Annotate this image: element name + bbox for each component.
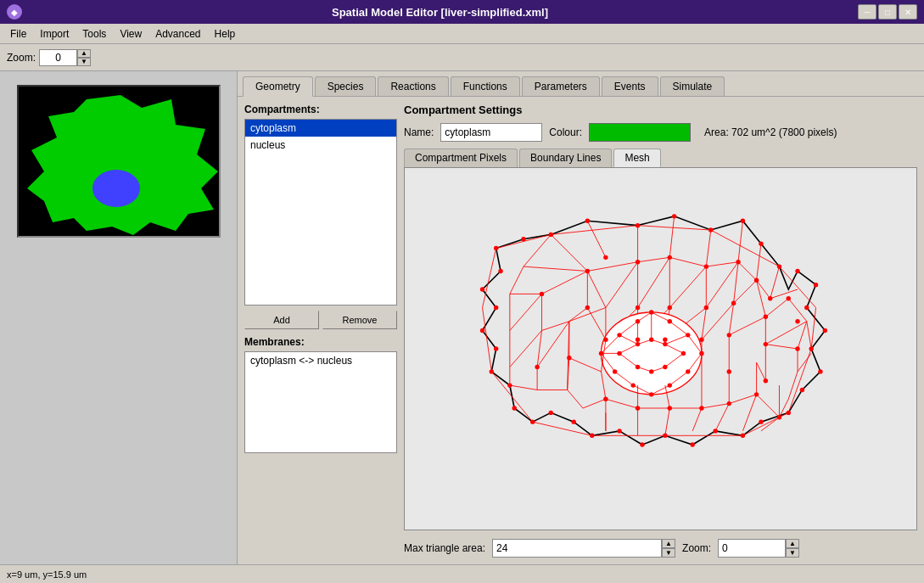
menu-help[interactable]: Help	[208, 26, 243, 42]
restore-button[interactable]: □	[878, 4, 897, 20]
tab-reactions[interactable]: Reactions	[378, 76, 448, 96]
svg-point-221	[668, 319, 672, 323]
compartments-list[interactable]: cytoplasm nucleus	[244, 119, 397, 306]
toolbar: Zoom: ▲ ▼	[0, 44, 924, 71]
svg-point-163	[713, 429, 717, 433]
zoom-input[interactable]	[39, 49, 77, 66]
zoom2-spinner: ▲ ▼	[786, 539, 799, 558]
colour-swatch[interactable]	[589, 123, 691, 142]
svg-point-154	[814, 283, 818, 287]
svg-point-232	[681, 351, 686, 356]
membranes-list[interactable]: cytoplasm <-> nucleus	[244, 351, 397, 453]
zoom-label: Zoom:	[7, 52, 36, 64]
menu-tools[interactable]: Tools	[76, 26, 113, 42]
svg-point-217	[599, 351, 603, 356]
svg-point-161	[759, 419, 763, 423]
tab-geometry[interactable]: Geometry	[243, 76, 313, 97]
svg-point-187	[736, 260, 740, 264]
menu-file[interactable]: File	[3, 26, 33, 42]
compartment-nucleus[interactable]: nucleus	[245, 137, 396, 154]
zoom2-down-button[interactable]: ▼	[786, 548, 799, 558]
svg-point-198	[795, 319, 799, 323]
menu-advanced[interactable]: Advanced	[148, 26, 207, 42]
tab-species[interactable]: Species	[315, 76, 377, 96]
svg-point-210	[603, 397, 608, 401]
svg-point-199	[603, 338, 608, 342]
tab-simulate[interactable]: Simulate	[660, 76, 725, 96]
sub-tab-boundary-lines[interactable]: Boundary Lines	[519, 149, 612, 167]
svg-point-173	[507, 383, 512, 387]
svg-point-178	[480, 287, 484, 291]
svg-point-168	[590, 434, 594, 438]
zoom2-input[interactable]	[718, 539, 786, 558]
svg-point-156	[823, 328, 827, 333]
svg-point-230	[649, 338, 653, 342]
zoom-down-button[interactable]: ▼	[77, 58, 91, 66]
svg-point-157	[809, 346, 813, 350]
menu-view[interactable]: View	[113, 26, 148, 42]
name-row: Name: Colour: Area: 702 um^2 (7800 pixel…	[404, 123, 917, 142]
close-button[interactable]: ✕	[899, 4, 917, 20]
sub-tab-compartment-pixels[interactable]: Compartment Pixels	[404, 149, 518, 167]
svg-point-206	[535, 365, 539, 369]
statusbar: x=9 um, y=15.9 um	[0, 564, 924, 583]
sub-tab-mesh[interactable]: Mesh	[613, 149, 660, 167]
compartments-panel: Compartments: cytoplasm nucleus Add Remo…	[244, 104, 397, 558]
max-tri-down-button[interactable]: ▼	[662, 548, 675, 558]
svg-point-212	[668, 406, 672, 410]
svg-point-194	[668, 306, 672, 310]
status-coords: x=9 um, y=15.9 um	[7, 569, 87, 580]
svg-point-197	[764, 315, 768, 319]
zoom2-up-button[interactable]: ▲	[786, 539, 799, 548]
remove-compartment-button[interactable]: Remove	[322, 311, 397, 329]
svg-point-219	[636, 319, 640, 323]
settings-title: Compartment Settings	[404, 104, 917, 116]
svg-point-158	[818, 369, 822, 373]
svg-point-146	[585, 219, 590, 223]
svg-point-179	[498, 269, 502, 273]
tab-functions[interactable]: Functions	[451, 76, 520, 96]
minimize-button[interactable]: ─	[858, 4, 876, 20]
svg-point-147	[636, 223, 640, 227]
compartments-label: Compartments:	[244, 104, 397, 115]
svg-point-152	[777, 264, 781, 268]
compartment-cytoplasm[interactable]: cytoplasm	[245, 120, 396, 137]
membrane-cytoplasm-nucleus[interactable]: cytoplasm <-> nucleus	[245, 352, 396, 369]
svg-point-228	[613, 369, 617, 373]
svg-point-186	[704, 264, 708, 268]
tab-parameters[interactable]: Parameters	[522, 76, 600, 96]
svg-point-231	[663, 342, 667, 346]
svg-point-167	[617, 429, 621, 433]
svg-point-218	[617, 333, 621, 337]
svg-point-153	[795, 269, 799, 273]
svg-point-177	[494, 306, 498, 310]
add-compartment-button[interactable]: Add	[244, 311, 319, 329]
max-tri-up-button[interactable]: ▲	[662, 539, 675, 548]
svg-point-222	[686, 333, 690, 337]
name-input[interactable]	[440, 123, 542, 142]
max-tri-spinner: ▲ ▼	[662, 539, 675, 558]
svg-point-165	[663, 434, 667, 438]
svg-point-181	[521, 237, 525, 241]
max-tri-label: Max triangle area:	[404, 542, 485, 554]
svg-point-150	[741, 219, 745, 223]
svg-point-209	[764, 378, 768, 383]
svg-point-213	[699, 406, 703, 410]
content-area: Geometry Species Reactions Functions Par…	[0, 71, 924, 564]
zoom-up-button[interactable]: ▲	[77, 49, 91, 58]
svg-point-225	[668, 383, 672, 387]
svg-point-188	[754, 278, 759, 283]
bottom-row: Max triangle area: ▲ ▼ Zoom:	[404, 535, 917, 558]
zoom-spinner: ▲ ▼	[77, 49, 91, 66]
menu-import[interactable]: Import	[33, 26, 76, 42]
menubar: File Import Tools View Advanced Help	[0, 24, 924, 44]
compartment-buttons: Add Remove	[244, 311, 397, 329]
svg-point-224	[686, 369, 690, 373]
svg-point-208	[727, 369, 731, 373]
main-tabs: Geometry Species Reactions Functions Par…	[238, 71, 924, 97]
tab-events[interactable]: Events	[602, 76, 658, 96]
svg-point-190	[787, 296, 791, 300]
svg-point-189	[768, 296, 772, 300]
max-tri-input[interactable]	[492, 539, 662, 558]
svg-point-201	[663, 338, 667, 342]
